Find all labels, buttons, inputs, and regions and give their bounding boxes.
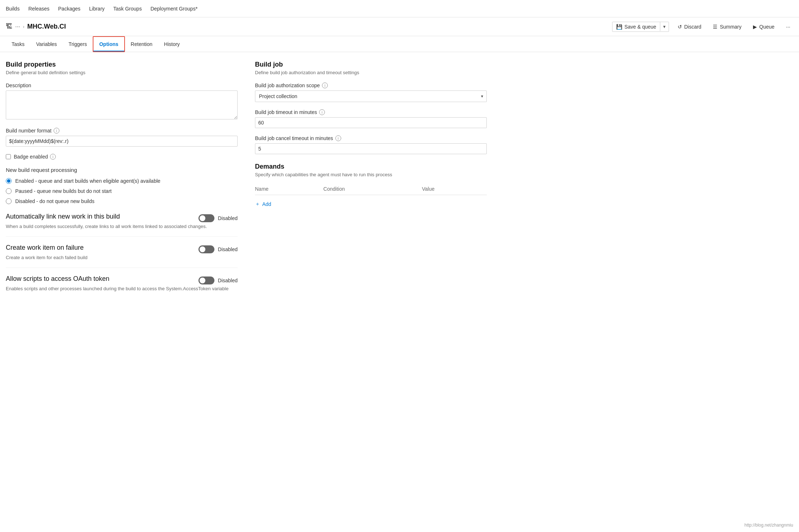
header-bar: 🏗 ··· › MHC.Web.CI 💾 Save & queue ▾ ↺ Di…: [0, 17, 799, 36]
auth-scope-info-icon[interactable]: i: [322, 83, 328, 88]
toggle-auto-link-title: Automatically link new work in this buil…: [6, 213, 190, 220]
toggle-auto-link-switch[interactable]: [198, 214, 214, 222]
actions-more-button[interactable]: ···: [783, 22, 793, 31]
toggle-oauth-token-desc: Enables scripts and other processes laun…: [6, 286, 238, 291]
radio-enabled[interactable]: [6, 178, 12, 184]
toggle-auto-link-slider: [198, 214, 214, 222]
summary-icon: ☰: [713, 24, 718, 30]
timeout-input[interactable]: [255, 117, 487, 128]
nav-item-builds[interactable]: Builds: [6, 4, 20, 13]
build-number-format-group: Build number format i: [6, 128, 238, 147]
radio-paused-row: Paused - queue new builds but do not sta…: [6, 188, 238, 194]
discard-button[interactable]: ↺ Discard: [675, 22, 704, 31]
toggle-work-item-failure-desc: Create a work item for each failed build: [6, 255, 238, 260]
build-number-format-label: Build number format i: [6, 128, 238, 134]
tab-options[interactable]: Options: [93, 36, 125, 52]
description-field-group: Description: [6, 83, 238, 121]
cancel-timeout-info-icon[interactable]: i: [335, 135, 341, 141]
queue-button[interactable]: ▶ Queue: [750, 22, 777, 31]
breadcrumb-chevron: ›: [23, 24, 24, 29]
radio-disabled-label: Disabled - do not queue new builds: [15, 198, 95, 204]
auth-scope-group: Build job authorization scope i Project …: [255, 83, 487, 102]
demands-table: Name Condition Value: [255, 183, 487, 195]
toggle-auto-link-controls: Disabled: [198, 214, 238, 222]
discard-icon: ↺: [678, 24, 682, 30]
save-queue-label: Save & queue: [624, 24, 656, 30]
tab-retention[interactable]: Retention: [125, 36, 158, 52]
toggle-auto-link-status: Disabled: [218, 215, 238, 221]
tab-tasks[interactable]: Tasks: [6, 36, 30, 52]
badge-enabled-info-icon[interactable]: i: [50, 154, 56, 160]
build-number-format-info-icon[interactable]: i: [54, 128, 59, 134]
toggle-oauth-token-switch[interactable]: [198, 276, 214, 284]
badge-enabled-label: Badge enabled i: [14, 154, 56, 160]
nav-item-deployment-groups[interactable]: Deployment Groups*: [150, 4, 197, 13]
nav-item-packages[interactable]: Packages: [58, 4, 80, 13]
header-actions: 💾 Save & queue ▾ ↺ Discard ☰ Summary ▶ Q…: [612, 22, 793, 32]
header-more-menu[interactable]: ···: [15, 24, 20, 30]
nav-item-library[interactable]: Library: [89, 4, 105, 13]
build-properties-title: Build properties: [6, 61, 238, 68]
radio-enabled-row: Enabled - queue and start builds when el…: [6, 178, 238, 184]
toggle-work-item-failure-status: Disabled: [218, 246, 238, 252]
description-label: Description: [6, 83, 238, 88]
save-icon: 💾: [616, 24, 622, 30]
summary-button[interactable]: ☰ Summary: [710, 22, 744, 31]
queue-label: Queue: [759, 24, 774, 30]
description-input[interactable]: [6, 90, 238, 119]
save-queue-chevron[interactable]: ▾: [660, 22, 669, 31]
right-panel: Build job Define build job authorization…: [255, 61, 487, 306]
save-queue-main[interactable]: 💾 Save & queue: [612, 22, 660, 31]
build-properties-subtitle: Define general build definition settings: [6, 70, 238, 75]
tab-bar: Tasks Variables Triggers Options Retenti…: [0, 36, 799, 52]
toggle-auto-link: Automatically link new work in this buil…: [6, 213, 238, 237]
tab-variables[interactable]: Variables: [30, 36, 63, 52]
pipeline-title: MHC.Web.CI: [27, 23, 66, 30]
timeout-info-icon[interactable]: i: [319, 109, 325, 115]
tab-triggers[interactable]: Triggers: [63, 36, 93, 52]
header-left: 🏗 ··· › MHC.Web.CI: [6, 23, 612, 30]
badge-enabled-checkbox[interactable]: [6, 154, 11, 159]
radio-paused-label: Paused - queue new builds but do not sta…: [15, 188, 112, 194]
cancel-timeout-group: Build job cancel timeout in minutes i: [255, 135, 487, 154]
radio-paused[interactable]: [6, 188, 12, 194]
toggle-auto-link-desc: When a build completes successfully, cre…: [6, 224, 238, 229]
toggle-oauth-token-status: Disabled: [218, 278, 238, 283]
toggle-work-item-failure-header: Create work item on failure Disabled: [6, 244, 238, 253]
radio-disabled-build[interactable]: [6, 198, 12, 204]
radio-group: Enabled - queue and start builds when el…: [6, 178, 238, 204]
cancel-timeout-input[interactable]: [255, 143, 487, 154]
build-job-title: Build job: [255, 61, 487, 68]
main-content: Build properties Define general build de…: [0, 52, 799, 314]
toggle-work-item-failure-title: Create work item on failure: [6, 244, 190, 252]
timeout-label: Build job timeout in minutes i: [255, 109, 487, 115]
left-panel: Build properties Define general build de…: [6, 61, 238, 306]
build-number-format-input[interactable]: [6, 136, 238, 147]
auth-scope-label: Build job authorization scope i: [255, 83, 487, 88]
add-demand-button[interactable]: ＋ Add: [255, 199, 271, 209]
new-build-request-title: New build request processing: [6, 167, 238, 173]
tab-history[interactable]: History: [158, 36, 186, 52]
discard-label: Discard: [684, 24, 701, 30]
demands-table-header: Name Condition Value: [255, 183, 487, 195]
auth-scope-select[interactable]: Project collection Current project: [255, 90, 487, 102]
toggle-oauth-token: Allow scripts to access OAuth token Disa…: [6, 275, 238, 299]
toggle-work-item-failure-switch[interactable]: [198, 245, 214, 253]
more-icon: ···: [786, 24, 790, 30]
auth-scope-dropdown: Project collection Current project ▾: [255, 90, 487, 102]
demands-col-name: Name: [255, 183, 323, 195]
nav-item-task-groups[interactable]: Task Groups: [113, 4, 142, 13]
timeout-group: Build job timeout in minutes i: [255, 109, 487, 128]
nav-item-releases[interactable]: Releases: [28, 4, 49, 13]
add-demand-label: Add: [262, 201, 271, 207]
save-queue-button[interactable]: 💾 Save & queue ▾: [612, 22, 669, 32]
toggle-oauth-token-title: Allow scripts to access OAuth token: [6, 275, 190, 283]
cancel-timeout-label: Build job cancel timeout in minutes i: [255, 135, 487, 141]
summary-label: Summary: [720, 24, 741, 30]
build-job-subtitle: Define build job authorization and timeo…: [255, 70, 487, 75]
add-demand-icon: ＋: [255, 201, 260, 207]
badge-enabled-row: Badge enabled i: [6, 154, 238, 160]
toggle-auto-link-header: Automatically link new work in this buil…: [6, 213, 238, 222]
toggle-oauth-token-slider: [198, 276, 214, 284]
toggle-work-item-failure-slider: [198, 245, 214, 253]
